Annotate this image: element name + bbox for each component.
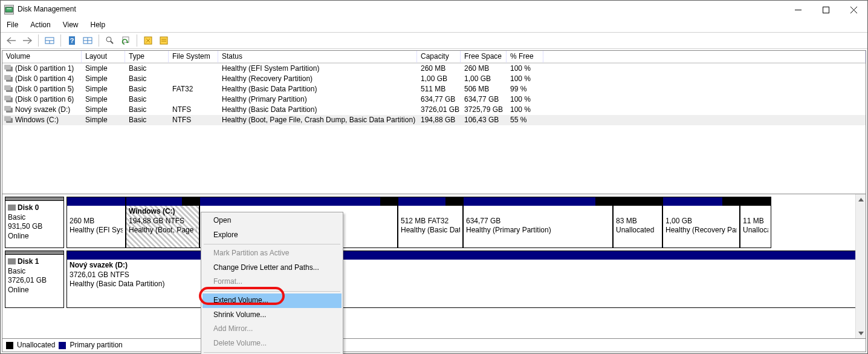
- ctx-add-mirror: Add Mirror...: [202, 322, 342, 336]
- col-layout[interactable]: Layout: [82, 51, 125, 63]
- svg-point-14: [106, 37, 111, 42]
- table-row[interactable]: (Disk 0 partition 4)SimpleBasicHealthy (…: [2, 74, 866, 84]
- vertical-scrollbar[interactable]: [855, 194, 866, 338]
- menu-file[interactable]: File: [5, 19, 19, 31]
- back-button[interactable]: [4, 34, 19, 47]
- disk-row: Disk 0 Basic 931,50 GB Online 260 MBHeal…: [5, 197, 863, 248]
- help-icon[interactable]: ?: [65, 34, 79, 47]
- menubar: File Action View Help: [1, 19, 867, 32]
- col-volume[interactable]: Volume: [2, 51, 82, 63]
- col-free[interactable]: Free Space: [461, 51, 507, 63]
- col-type[interactable]: Type: [125, 51, 169, 63]
- partition-strip: 260 MBHealthy (EFI System Partition) Win…: [66, 197, 863, 248]
- toolbar-wizard-icon[interactable]: [141, 34, 155, 47]
- disk-graph-pane: Disk 0 Basic 931,50 GB Online 260 MBHeal…: [2, 194, 866, 352]
- volume-list[interactable]: Volume Layout Type File System Status Ca…: [2, 51, 866, 194]
- col-capacity[interactable]: Capacity: [417, 51, 461, 63]
- disk-row: Disk 1 Basic 3726,01 GB Online Nový svaz…: [5, 251, 863, 308]
- svg-rect-0: [5, 7, 13, 12]
- legend-primary-label: Primary partition: [70, 341, 122, 350]
- partition[interactable]: 1,00 GBHealthy (Recovery Partition): [662, 197, 740, 248]
- ctx-explore[interactable]: Explore: [202, 228, 342, 243]
- legend-unallocated-label: Unallocated: [17, 341, 55, 350]
- toolbar: ?: [1, 32, 867, 49]
- volume-icon: [6, 87, 13, 92]
- table-header: Volume Layout Type File System Status Ca…: [2, 51, 866, 64]
- forward-button[interactable]: [20, 34, 34, 47]
- table-row[interactable]: (Disk 0 partition 5)SimpleBasicFAT32Heal…: [2, 84, 866, 94]
- legend-primary-swatch: [59, 342, 66, 349]
- main-content: Volume Layout Type File System Status Ca…: [2, 50, 866, 352]
- toolbar-refresh-icon[interactable]: [118, 34, 133, 47]
- legend-unallocated-swatch: [6, 342, 13, 349]
- toolbar-properties-icon[interactable]: [157, 34, 171, 47]
- disk-icon: [8, 205, 16, 211]
- ctx-open[interactable]: Open: [202, 214, 342, 228]
- titlebar: Disk Management: [1, 1, 867, 19]
- table-row[interactable]: (Disk 0 partition 1)SimpleBasicHealthy (…: [2, 64, 866, 74]
- partition[interactable]: Nový svazek (D:)3726,01 GB NTFSHealthy (…: [66, 251, 863, 308]
- col-fs[interactable]: File System: [169, 51, 218, 63]
- partition[interactable]: 512 MB FAT32Healthy (Basic Data Partitio…: [398, 197, 463, 248]
- disk-icon: [8, 258, 16, 264]
- toolbar-partition-icon[interactable]: [42, 34, 57, 47]
- menu-help[interactable]: Help: [89, 19, 107, 31]
- legend: Unallocated Primary partition: [2, 338, 866, 352]
- toolbar-search-icon[interactable]: [103, 34, 117, 47]
- app-icon: [4, 5, 14, 15]
- ctx-mark-partition-active: Mark Partition as Active: [202, 246, 342, 261]
- table-row[interactable]: Windows (C:)SimpleBasicNTFSHealthy (Boot…: [2, 115, 866, 125]
- svg-rect-3: [823, 7, 829, 13]
- svg-rect-18: [160, 37, 167, 44]
- context-menu: Open Explore Mark Partition as Active Ch…: [201, 212, 343, 354]
- col-status[interactable]: Status: [218, 51, 417, 63]
- partition-strip: Nový svazek (D:)3726,01 GB NTFSHealthy (…: [66, 251, 863, 308]
- volume-icon: [6, 67, 13, 71]
- partition-unallocated[interactable]: 11 MBUnallocated: [740, 197, 771, 248]
- table-row[interactable]: Nový svazek (D:)SimpleBasicNTFSHealthy (…: [2, 105, 866, 115]
- toolbar-view-icon[interactable]: [80, 34, 95, 47]
- partition-selected[interactable]: Windows (C:)194,88 GB NTFSHealthy (Boot,…: [126, 197, 199, 248]
- volume-icon: [6, 108, 13, 113]
- menu-action[interactable]: Action: [29, 19, 51, 31]
- svg-line-15: [111, 41, 113, 44]
- partition[interactable]: 260 MBHealthy (EFI System Partition): [66, 197, 126, 248]
- col-pfree[interactable]: % Free: [507, 51, 543, 63]
- ctx-delete-volume: Delete Volume...: [202, 336, 342, 351]
- window-title: Disk Management: [18, 5, 76, 15]
- partition[interactable]: 634,77 GBHealthy (Primary Partition): [463, 197, 613, 248]
- ctx-shrink-volume[interactable]: Shrink Volume...: [202, 308, 342, 323]
- table-row[interactable]: (Disk 0 partition 6)SimpleBasicHealthy (…: [2, 94, 866, 105]
- volume-icon: [6, 118, 13, 123]
- ctx-extend-volume[interactable]: Extend Volume...: [202, 293, 342, 308]
- ctx-format: Format...: [202, 275, 342, 289]
- scroll-down-icon[interactable]: [857, 328, 866, 338]
- partition-unallocated[interactable]: 83 MBUnallocated: [613, 197, 662, 248]
- maximize-button[interactable]: [812, 1, 840, 19]
- disk-header[interactable]: Disk 0 Basic 931,50 GB Online: [5, 197, 64, 248]
- disk-header[interactable]: Disk 1 Basic 3726,01 GB Online: [5, 251, 64, 308]
- svg-text:?: ?: [70, 37, 74, 44]
- menu-view[interactable]: View: [62, 19, 80, 31]
- scroll-up-icon[interactable]: [857, 194, 866, 205]
- volume-icon: [6, 77, 13, 82]
- svg-rect-1: [7, 8, 11, 9]
- close-button[interactable]: [840, 1, 867, 19]
- volume-icon: [6, 97, 13, 102]
- minimize-button[interactable]: [784, 1, 812, 19]
- ctx-change-drive-letter[interactable]: Change Drive Letter and Paths...: [202, 261, 342, 275]
